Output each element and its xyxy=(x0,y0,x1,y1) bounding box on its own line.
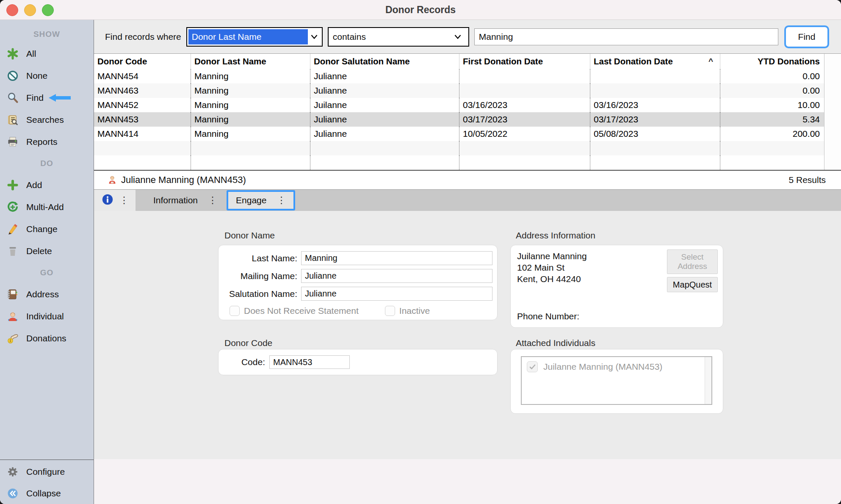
sidebar-item-label: None xyxy=(26,71,47,81)
inactive-checkbox[interactable] xyxy=(385,306,395,316)
cell-last-name: Manning xyxy=(191,127,310,141)
tab-engage-active[interactable]: Engage ⋮ xyxy=(227,190,295,210)
find-field-select[interactable]: Donor Last Name xyxy=(186,27,323,47)
table-scrollbar-gutter[interactable] xyxy=(824,54,841,170)
sidebar-item-label: Individual xyxy=(26,311,64,321)
find-button[interactable]: Find xyxy=(784,25,829,48)
sidebar-item-configure[interactable]: Configure xyxy=(0,461,94,482)
chevron-down-icon xyxy=(451,35,464,39)
pencil-icon xyxy=(7,223,19,235)
sidebar-item-label: Searches xyxy=(26,115,64,125)
find-operator-selected-value: contains xyxy=(333,32,451,42)
select-address-button[interactable]: Select Address xyxy=(667,249,718,274)
sidebar-item-donations[interactable]: Donations xyxy=(0,327,94,349)
cell-ytd: 0.00 xyxy=(720,83,824,98)
sidebar-item-delete[interactable]: Delete xyxy=(0,240,94,262)
window-title: Donor Records xyxy=(385,4,456,16)
attached-individuals-listbox: Juilanne Manning (MANN453) xyxy=(521,356,712,405)
salutation-name-field[interactable] xyxy=(301,287,492,301)
column-header-ytd-donations[interactable]: YTD Donations xyxy=(720,54,824,69)
column-header-last-donation-date[interactable]: Last Donation Date ^ xyxy=(590,54,720,69)
sidebar-item-label: Delete xyxy=(26,246,52,256)
sidebar-item-find[interactable]: Find xyxy=(0,87,94,109)
last-name-field[interactable] xyxy=(301,251,492,265)
find-records-where-label: Find records where xyxy=(105,32,181,42)
cell-last-date: 03/17/2023 xyxy=(590,112,720,127)
record-title: Julianne Manning (MANN453) xyxy=(121,174,246,186)
table-row[interactable]: MANN452 Manning Juilanne 03/16/2023 03/1… xyxy=(94,98,824,112)
cell-last-name: Manning xyxy=(191,69,310,83)
table-row-selected[interactable]: MANN453 Manning Julianne 03/17/2023 03/1… xyxy=(94,112,824,127)
checkbox-label: Inactive xyxy=(399,306,430,316)
sidebar-item-multi-add[interactable]: Multi-Add xyxy=(0,196,94,218)
tab-menu-dots-icon[interactable]: ⋮ xyxy=(208,196,217,205)
sidebar-item-none[interactable]: None xyxy=(0,65,94,87)
find-bar: Find records where Donor Last Name conta… xyxy=(94,20,841,54)
info-tab-section: ⋮ xyxy=(94,190,136,211)
cell-first-date xyxy=(459,83,590,98)
sidebar-item-change[interactable]: Change xyxy=(0,218,94,240)
cell-last-name: Manning xyxy=(191,98,310,112)
sidebar-item-searches[interactable]: Searches xyxy=(0,109,94,131)
info-icon[interactable] xyxy=(102,194,113,207)
cell-salutation: Julianne xyxy=(310,83,459,98)
address-buttons: Select Address MapQuest xyxy=(667,249,718,292)
attached-individual-checkbox[interactable] xyxy=(527,361,538,372)
mailing-name-field[interactable] xyxy=(301,269,492,283)
sidebar-item-label: Configure xyxy=(26,467,65,477)
mailing-name-label: Mailing Name: xyxy=(219,271,301,281)
close-button[interactable] xyxy=(6,4,18,16)
tab-label: Information xyxy=(153,195,198,205)
cell-donor-code: MANN463 xyxy=(94,83,191,98)
sidebar-item-label: Change xyxy=(26,224,58,234)
person-small-icon xyxy=(108,175,117,185)
sidebar-item-reports[interactable]: Reports xyxy=(0,131,94,153)
tab-bar: ⋮ Information ⋮ Engage ⋮ xyxy=(94,190,841,211)
traffic-lights xyxy=(6,4,54,16)
tab-menu-dots-icon[interactable]: ⋮ xyxy=(277,196,286,205)
cell-last-name: Manning xyxy=(191,112,310,127)
column-header-first-donation-date[interactable]: First Donation Date xyxy=(459,54,590,69)
column-header-donor-code[interactable]: Donor Code xyxy=(94,54,191,69)
cell-first-date: 03/16/2023 xyxy=(459,98,590,112)
table-header-row: Donor Code Donor Last Name Donor Salutat… xyxy=(94,54,824,69)
sidebar-item-individual[interactable]: Individual xyxy=(0,305,94,327)
sidebar-item-collapse[interactable]: Collapse xyxy=(0,482,94,504)
sidebar-item-add[interactable]: Add xyxy=(0,174,94,196)
last-name-label: Last Name: xyxy=(219,253,301,263)
code-label: Code: xyxy=(225,357,269,367)
info-menu-dots-icon[interactable]: ⋮ xyxy=(119,196,129,205)
cell-last-date xyxy=(590,83,720,98)
find-operator-select[interactable]: contains xyxy=(328,27,469,47)
sidebar-item-label: Collapse xyxy=(26,488,61,498)
listbox-scrollbar[interactable] xyxy=(705,357,711,404)
donor-name-card: Last Name: Mailing Name: Salutation Name… xyxy=(218,245,498,320)
find-field-selected-value: Donor Last Name xyxy=(188,29,308,44)
sidebar-item-all[interactable]: All xyxy=(0,43,94,65)
column-header-donor-last-name[interactable]: Donor Last Name xyxy=(191,54,310,69)
magnifier-icon xyxy=(7,92,19,104)
table-row[interactable]: MANN414 Manning Julianne 10/05/2022 05/0… xyxy=(94,127,824,141)
tab-information[interactable]: Information ⋮ xyxy=(153,195,217,205)
sidebar-item-address[interactable]: Address xyxy=(0,283,94,305)
donor-code-field[interactable] xyxy=(269,355,350,369)
column-header-donor-salutation-name[interactable]: Donor Salutation Name xyxy=(310,54,459,69)
scroll-icon xyxy=(7,114,19,126)
attached-individuals-card: Juilanne Manning (MANN453) xyxy=(510,349,723,414)
zoom-button[interactable] xyxy=(42,4,54,16)
does-not-receive-statement-checkbox[interactable] xyxy=(230,306,240,316)
table-row[interactable]: MANN463 Manning Julianne 0.00 xyxy=(94,83,824,98)
table-row[interactable]: MANN454 Manning Julianne 0.00 xyxy=(94,69,824,83)
tab-label: Engage xyxy=(236,195,266,205)
no-circle-icon xyxy=(7,70,19,82)
sidebar-section-show: SHOW xyxy=(0,26,94,43)
mapquest-button[interactable]: MapQuest xyxy=(667,277,718,292)
search-value-input[interactable] xyxy=(474,28,778,45)
column-header-label: Last Donation Date xyxy=(594,56,673,66)
minimize-button[interactable] xyxy=(24,4,36,16)
salutation-name-label: Salutation Name: xyxy=(219,289,301,299)
sidebar-section-do: DO xyxy=(0,153,94,174)
cell-donor-code: MANN454 xyxy=(94,69,191,83)
address-information-group-label: Address Information xyxy=(516,230,595,241)
attached-individual-label: Juilanne Manning (MANN453) xyxy=(543,362,662,372)
